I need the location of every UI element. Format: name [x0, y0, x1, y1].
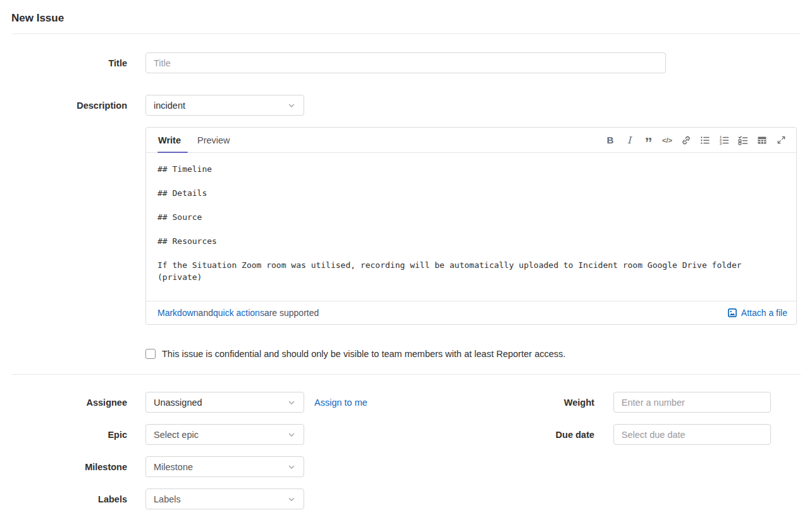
- assignee-row: Assignee Unassigned Assign to me: [11, 392, 367, 413]
- editor-toolbar-icons: B I ” </> 123: [605, 128, 786, 152]
- page-header: New Issue: [11, 0, 801, 34]
- labels-value: Labels: [154, 494, 287, 504]
- chevron-down-icon: [287, 398, 296, 407]
- editor-footer: Markdown and quick actions are supported…: [146, 301, 796, 324]
- page-title: New Issue: [11, 12, 801, 25]
- editor-toolbar: Write Preview B I ” </> 123: [146, 128, 796, 153]
- weight-row: Weight: [488, 392, 771, 413]
- task-list-icon[interactable]: [738, 133, 748, 147]
- numbered-list-icon[interactable]: 123: [719, 133, 729, 147]
- table-icon[interactable]: [757, 133, 767, 147]
- description-row: Description incident: [11, 95, 801, 116]
- epic-row: Epic Select epic: [11, 424, 367, 445]
- labels-select[interactable]: Labels: [145, 489, 304, 509]
- milestone-row: Milestone Milestone: [11, 456, 367, 477]
- chevron-down-icon: [287, 463, 296, 471]
- code-icon[interactable]: </>: [662, 133, 672, 147]
- issue-metadata: Assignee Unassigned Assign to me Epic Se…: [11, 392, 801, 521]
- tab-preview[interactable]: Preview: [197, 128, 231, 152]
- markdown-editor: Write Preview B I ” </> 123: [145, 127, 797, 325]
- title-label: Title: [11, 58, 127, 68]
- editor-row: Write Preview B I ” </> 123: [11, 127, 801, 325]
- attach-file-button[interactable]: Attach a file: [727, 308, 787, 318]
- metadata-left-column: Assignee Unassigned Assign to me Epic Se…: [11, 392, 367, 521]
- confidential-row: This issue is confidential and should on…: [11, 349, 801, 359]
- description-label: Description: [11, 100, 127, 111]
- svg-text:3: 3: [720, 141, 722, 145]
- bold-icon[interactable]: B: [605, 133, 615, 147]
- chevron-down-icon: [287, 430, 296, 439]
- footer-supported-text: are supported: [264, 308, 319, 318]
- milestone-label: Milestone: [11, 462, 127, 472]
- epic-select[interactable]: Select epic: [145, 424, 304, 445]
- new-issue-page: New Issue Title Description incident Wri…: [0, 0, 812, 521]
- assignee-value: Unassigned: [154, 398, 287, 408]
- labels-row: Labels Labels: [11, 489, 367, 509]
- weight-input[interactable]: [613, 392, 771, 413]
- title-row: Title: [11, 52, 801, 73]
- epic-label: Epic: [11, 430, 127, 440]
- metadata-right-column: Weight Due date: [488, 392, 771, 456]
- milestone-select[interactable]: Milestone: [145, 456, 304, 477]
- italic-icon[interactable]: I: [624, 133, 634, 147]
- markdown-link[interactable]: Markdown: [157, 308, 199, 318]
- bullet-list-icon[interactable]: [700, 133, 710, 147]
- due-date-label: Due date: [488, 430, 594, 440]
- tab-write[interactable]: Write: [157, 128, 181, 152]
- description-template-select[interactable]: incident: [145, 95, 304, 116]
- confidential-checkbox[interactable]: [145, 349, 156, 359]
- labels-label: Labels: [11, 494, 127, 504]
- confidential-label: This issue is confidential and should on…: [162, 349, 565, 359]
- assignee-select[interactable]: Unassigned: [145, 392, 304, 413]
- link-icon[interactable]: [681, 133, 691, 147]
- quick-actions-link[interactable]: quick actions: [213, 308, 264, 318]
- due-date-row: Due date: [488, 424, 771, 445]
- section-divider: [11, 374, 801, 375]
- template-select-value: incident: [154, 100, 287, 111]
- due-date-input[interactable]: [613, 424, 771, 445]
- chevron-down-icon: [287, 495, 296, 504]
- assignee-label: Assignee: [11, 398, 127, 408]
- assign-to-me-link[interactable]: Assign to me: [314, 398, 367, 408]
- footer-and-text: and: [199, 308, 213, 318]
- fullscreen-icon[interactable]: [776, 133, 786, 147]
- attach-file-label: Attach a file: [741, 308, 787, 318]
- chevron-down-icon: [287, 101, 296, 110]
- title-input[interactable]: [145, 52, 666, 73]
- description-textarea[interactable]: ## Timeline ## Details ## Source ## Reso…: [146, 153, 796, 301]
- epic-value: Select epic: [154, 430, 287, 440]
- milestone-value: Milestone: [154, 462, 287, 472]
- quote-icon[interactable]: ”: [643, 133, 653, 147]
- image-attachment-icon: [727, 308, 737, 318]
- weight-label: Weight: [488, 398, 594, 408]
